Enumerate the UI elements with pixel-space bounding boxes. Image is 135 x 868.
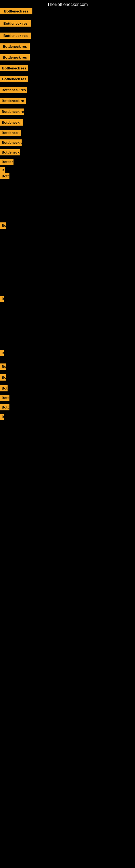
bottleneck-button-4[interactable]: Bottleneck res xyxy=(0,43,30,50)
bottleneck-button-10[interactable]: Bottleneck re xyxy=(0,108,24,115)
bottleneck-button-18[interactable]: Bo xyxy=(0,222,6,229)
bottleneck-button-26[interactable]: B xyxy=(0,414,4,420)
bottleneck-button-15[interactable]: Bottler xyxy=(0,159,13,165)
bottleneck-button-11[interactable]: Bottleneck r xyxy=(0,119,23,126)
bottleneck-button-7[interactable]: Bottleneck res xyxy=(0,76,28,82)
bottleneck-button-1[interactable]: Bottleneck res xyxy=(0,8,32,14)
bottleneck-button-12[interactable]: Bottleneck xyxy=(0,130,21,136)
bottleneck-button-14[interactable]: Bottleneck xyxy=(0,149,20,155)
bottleneck-button-21[interactable]: Bo xyxy=(0,364,6,370)
bottleneck-button-9[interactable]: Bottleneck re xyxy=(0,98,26,104)
bottleneck-button-19[interactable]: B xyxy=(0,296,4,302)
bottleneck-button-16[interactable]: B xyxy=(0,167,5,173)
bottleneck-button-20[interactable]: B xyxy=(0,350,4,356)
bottleneck-button-22[interactable]: Bo xyxy=(0,374,6,380)
bottleneck-button-25[interactable]: Bott xyxy=(0,404,9,410)
site-title: TheBottlenecker.com xyxy=(0,0,135,9)
bottleneck-button-3[interactable]: Bottleneck res xyxy=(0,33,31,39)
bottleneck-button-24[interactable]: Bott xyxy=(0,395,9,401)
bottleneck-button-2[interactable]: Bottleneck res xyxy=(0,20,31,27)
bottleneck-button-8[interactable]: Bottleneck res xyxy=(0,87,27,93)
bottleneck-button-13[interactable]: Bottleneck c xyxy=(0,140,21,146)
bottleneck-button-5[interactable]: Bottleneck res xyxy=(0,54,30,61)
bottleneck-button-23[interactable]: Bot xyxy=(0,385,8,392)
bottleneck-button-17[interactable]: Bott xyxy=(0,173,9,179)
bottleneck-button-6[interactable]: Bottleneck res xyxy=(0,65,28,71)
